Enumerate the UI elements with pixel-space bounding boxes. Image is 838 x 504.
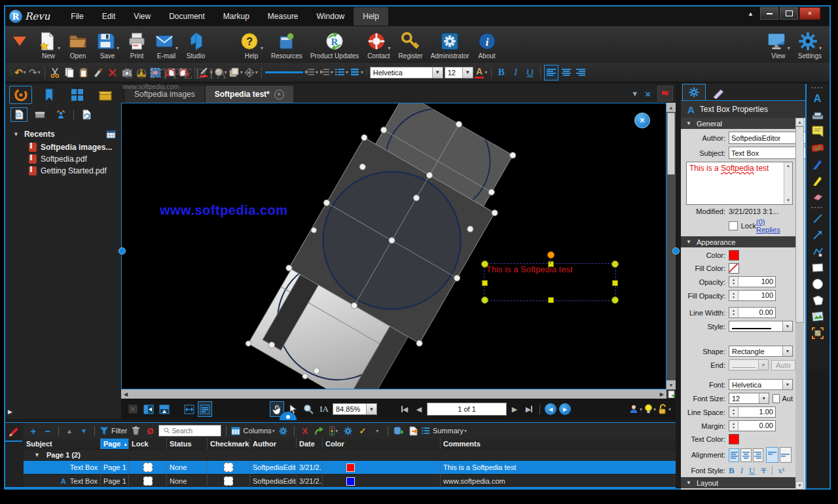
contact-button[interactable]: ▾ Contact xyxy=(363,29,394,61)
align-right-button[interactable] xyxy=(753,448,763,462)
checkmark-checkbox[interactable] xyxy=(224,463,233,472)
panel-scrollbar[interactable]: ▲ ▼ xyxy=(795,118,804,490)
rotate-handle[interactable] xyxy=(547,251,555,259)
view-button[interactable]: ▾ View xyxy=(763,29,794,61)
recent-file-item[interactable]: Softpedia.pdf xyxy=(5,153,121,165)
product-updates-button[interactable]: R Product Updates xyxy=(306,29,363,61)
file-access-tab[interactable] xyxy=(9,86,32,104)
eraser-tool[interactable] xyxy=(809,189,826,205)
align-center-button[interactable] xyxy=(560,65,573,80)
indent-increase-button[interactable]: ▾ xyxy=(319,65,333,80)
delete-status-button[interactable]: X xyxy=(299,424,311,437)
recent-file-item[interactable]: Getting Started.pdf xyxy=(5,165,121,177)
superscript-style-button[interactable]: x¹ xyxy=(778,465,784,476)
column-author[interactable]: Author xyxy=(249,439,296,449)
bookmarks-tab[interactable] xyxy=(37,86,60,104)
documents-view-button[interactable] xyxy=(10,107,27,122)
menu-window[interactable]: Window xyxy=(308,7,354,26)
add-markup-button[interactable]: + xyxy=(27,424,39,437)
about-button[interactable]: i About xyxy=(473,29,501,61)
studio-button[interactable]: Studio xyxy=(182,29,210,61)
minimize-button[interactable] xyxy=(760,7,778,20)
comment-textarea[interactable]: This is a Softpedia test ▲▼ xyxy=(686,162,793,205)
delete-button[interactable] xyxy=(106,65,119,80)
columns-settings-button[interactable] xyxy=(278,424,289,437)
search-input[interactable] xyxy=(170,427,216,435)
bold-button[interactable]: B xyxy=(495,65,508,80)
thumbnails-tab[interactable] xyxy=(66,86,89,104)
menu-document[interactable]: Document xyxy=(160,7,214,26)
revu-flyout-icon[interactable] xyxy=(13,37,26,46)
column-date[interactable]: Date xyxy=(296,439,322,449)
sidebar-expand-icon[interactable]: ▶ xyxy=(8,408,12,415)
shared-documents-button[interactable] xyxy=(52,107,69,122)
scroll-down-icon[interactable]: ▼ xyxy=(795,481,804,490)
lock-checkbox[interactable] xyxy=(729,221,738,230)
lock-status-button[interactable]: ▾ xyxy=(658,402,671,416)
zoom-level-select[interactable]: 84.85%▼ xyxy=(333,402,377,416)
close-document-icon[interactable]: × xyxy=(645,88,651,99)
previous-page-button[interactable]: ◀ xyxy=(412,402,426,416)
column-subject[interactable]: Subject xyxy=(24,439,100,449)
resize-handle[interactable] xyxy=(481,297,488,304)
page-curl-button[interactable] xyxy=(666,389,676,399)
menu-view[interactable]: View xyxy=(124,7,160,26)
properties-tab[interactable] xyxy=(682,84,706,100)
resize-handle[interactable] xyxy=(482,280,488,286)
italic-button[interactable]: I xyxy=(509,65,522,80)
color-swatch[interactable] xyxy=(346,477,355,486)
author-field[interactable] xyxy=(729,132,805,144)
font-color-button[interactable]: A▾ xyxy=(475,65,488,80)
arrow-tool[interactable] xyxy=(809,226,826,243)
markup-list-tab[interactable] xyxy=(5,423,22,442)
scroll-up-icon[interactable]: ▲ xyxy=(666,103,676,112)
checkmark-button[interactable]: ✓ xyxy=(357,424,369,437)
polygon-tool[interactable] xyxy=(809,292,826,308)
reply-button[interactable] xyxy=(314,424,325,437)
column-checkmark[interactable]: Checkmark xyxy=(207,439,249,449)
crop-snapshot-tool[interactable] xyxy=(809,325,826,341)
select-region-button[interactable] xyxy=(149,65,162,80)
align-center-button[interactable] xyxy=(740,448,751,462)
toolbar-drag-handle[interactable]: •••• xyxy=(809,85,826,90)
next-view-button[interactable]: ▶ xyxy=(559,403,571,415)
menu-help[interactable]: Help xyxy=(354,7,388,26)
strikethrough-style-button[interactable]: T xyxy=(761,465,766,476)
import-markups-button[interactable] xyxy=(393,424,405,437)
split-vertical-button[interactable] xyxy=(141,401,156,417)
replies-link[interactable]: (0) Replies xyxy=(756,218,790,234)
underline-button[interactable]: U xyxy=(524,65,537,80)
textbox-annotation[interactable]: This is a Softpedia test xyxy=(484,263,616,301)
local-drive-button[interactable] xyxy=(31,107,48,122)
recents-header[interactable]: ▼ Recents xyxy=(5,126,121,141)
zoom-tool-button[interactable] xyxy=(301,401,316,417)
horizontal-scrollbar[interactable]: ◀ ▶ xyxy=(121,389,666,399)
move-up-button[interactable]: ▲ xyxy=(64,424,75,437)
underline-style-button[interactable]: U xyxy=(749,465,755,476)
section-general[interactable]: ▼General xyxy=(681,118,797,129)
measurements-tab[interactable] xyxy=(707,84,729,100)
resize-handle[interactable] xyxy=(481,261,488,268)
scrollbar-thumb[interactable] xyxy=(667,113,675,175)
help-button[interactable]: ?▾ Help xyxy=(236,29,267,61)
columns-button[interactable]: Columns▾ xyxy=(231,424,274,437)
fill-color-swatch[interactable] xyxy=(729,263,739,274)
status-settings-button[interactable] xyxy=(342,424,354,437)
format-painter-button[interactable] xyxy=(92,65,105,80)
margin-stepper[interactable]: ▲▼0.00 xyxy=(729,420,776,431)
rotate-left-button[interactable] xyxy=(164,65,177,80)
column-lock[interactable]: Lock xyxy=(128,439,166,449)
move-down-button[interactable]: ▼ xyxy=(78,424,90,437)
tips-bulb-button[interactable]: ▾ xyxy=(644,402,657,416)
column-status[interactable]: Status xyxy=(166,439,207,449)
column-color[interactable]: Color xyxy=(322,439,440,449)
bullet-list-button[interactable]: ▾ xyxy=(335,65,348,80)
page-group-row[interactable]: ▼ Page 1 (2) xyxy=(24,449,676,460)
email-button[interactable]: ▾ E-mail xyxy=(151,29,182,61)
markup-search[interactable] xyxy=(158,425,221,437)
rotate-right-button[interactable] xyxy=(178,65,191,80)
end-auto-button[interactable]: Auto xyxy=(771,360,795,370)
vertical-scrollbar[interactable]: ▲ ▼ xyxy=(666,103,676,389)
checkmark-dropdown-icon[interactable]: ▾ xyxy=(371,424,383,437)
previous-view-button[interactable]: ◀ xyxy=(545,403,556,415)
